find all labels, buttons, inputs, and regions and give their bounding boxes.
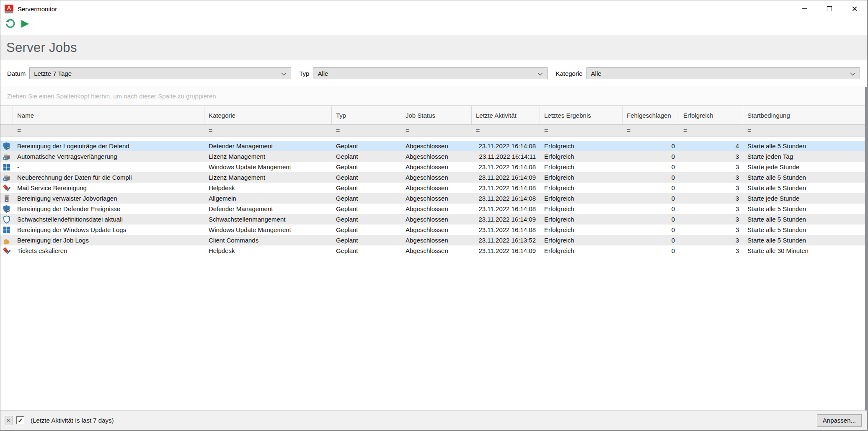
filter-cell-fehlgeschlagen[interactable]: = (623, 125, 679, 136)
datum-label: Datum (7, 70, 26, 77)
filter-cell-job_status[interactable]: = (401, 125, 472, 136)
table-row[interactable]: Mail Service BereinigungHelpdeskGeplantA… (0, 183, 866, 193)
cell-typ: Geplant (332, 151, 401, 162)
toolbar (0, 17, 867, 32)
refresh-icon (4, 18, 15, 31)
typ-select[interactable]: Alle (313, 67, 548, 79)
cell-kategorie: Defender Management (204, 204, 332, 214)
window-controls: × (792, 0, 867, 17)
kategorie-select[interactable]: Alle (586, 67, 860, 79)
refresh-button[interactable] (4, 19, 16, 31)
cell-name: Automatische Vertragsverlängerung (13, 151, 204, 162)
vertical-scrollbar[interactable] (865, 87, 867, 410)
table-row[interactable]: Schwachstellendefinitionsdatei aktualiSc… (0, 214, 866, 225)
cell-erfolgreich: 3 (679, 214, 743, 225)
column-header-job_status[interactable]: Job Status (401, 106, 472, 124)
cell-icon (0, 141, 13, 151)
chevron-down-icon (850, 70, 855, 77)
cell-letztes_ergebnis: Erfolgreich (540, 162, 623, 172)
filter-cell-typ[interactable]: = (332, 125, 401, 136)
cell-letztes_ergebnis: Erfolgreich (540, 235, 623, 245)
filter-cell-letztes_ergebnis[interactable]: = (540, 125, 623, 136)
cell-job_status: Abgeschlossen (401, 225, 472, 235)
cell-job_status: Abgeschlossen (401, 162, 472, 172)
run-button[interactable] (19, 19, 31, 31)
minimize-button[interactable] (792, 0, 817, 17)
table-row[interactable]: Bereinigung der Defender EreignisseDefen… (0, 204, 866, 214)
column-header-typ[interactable]: Typ (332, 106, 401, 124)
cell-fehlgeschlagen: 0 (623, 151, 679, 162)
column-header-erfolgreich[interactable]: Erfolgreich (679, 106, 743, 124)
tag-pencil-icon (3, 247, 11, 255)
cell-startbedingung: Starte alle 5 Stunden (743, 225, 866, 235)
filter-equals-icon[interactable]: = (476, 127, 480, 134)
table-row[interactable]: Bereinigung der Windows Update LogsWindo… (0, 225, 866, 235)
datum-select[interactable]: Letzte 7 Tage (29, 67, 291, 79)
kategorie-select-value: Alle (591, 70, 602, 77)
typ-label: Typ (299, 70, 309, 77)
cell-fehlgeschlagen: 0 (623, 214, 679, 225)
table-row[interactable]: Automatische VertragsverlängerungLizenz … (0, 151, 866, 162)
column-header-kategorie[interactable]: Kategorie (204, 106, 332, 124)
cell-letztes_ergebnis: Erfolgreich (540, 183, 623, 193)
table-row[interactable]: Bereinigung verwaister JobvorlagenAllgem… (0, 193, 866, 204)
column-header-letztes_ergebnis[interactable]: Letztes Ergebnis (540, 106, 623, 124)
filter-equals-icon[interactable]: = (209, 127, 212, 134)
table-row[interactable]: -Windows Update MangementGeplantAbgeschl… (0, 162, 866, 172)
table-row[interactable]: Tickets eskalierenHelpdeskGeplantAbgesch… (0, 245, 866, 256)
cell-typ: Geplant (332, 235, 401, 245)
datum-select-value: Letzte 7 Tage (34, 70, 72, 77)
column-header-startbedingung[interactable]: Startbedingung (743, 106, 866, 124)
shield-gear-icon (3, 205, 11, 213)
cell-kategorie: Windows Update Mangement (204, 162, 332, 172)
filter-cell-erfolgreich[interactable]: = (679, 125, 743, 136)
table-filter-row: ========= (0, 125, 866, 137)
column-header-name[interactable]: Name (13, 106, 204, 124)
cell-job_status: Abgeschlossen (401, 141, 472, 151)
cell-job_status: Abgeschlossen (401, 172, 472, 183)
cell-erfolgreich: 3 (679, 172, 743, 183)
customize-button[interactable]: Anpassen... (817, 414, 862, 427)
cell-job_status: Abgeschlossen (401, 204, 472, 214)
cell-typ: Geplant (332, 141, 401, 151)
cell-name: Tickets eskalieren (13, 245, 204, 256)
filter-equals-icon[interactable]: = (17, 127, 21, 134)
close-button[interactable]: × (842, 0, 867, 17)
table-row[interactable]: Bereinigung der Job LogsClient CommandsG… (0, 235, 866, 245)
cell-letzte_aktivitaet: 23.11.2022 16:14:08 (472, 183, 540, 193)
filter-equals-icon[interactable]: = (747, 127, 751, 134)
jobs-table: NameKategorieTypJob StatusLetzte Aktivit… (0, 106, 866, 256)
filter-cell-kategorie[interactable]: = (204, 125, 332, 136)
typ-select-value: Alle (318, 70, 328, 77)
titlebar: A Servermonitor × (0, 0, 867, 17)
cell-startbedingung: Starte alle 5 Stunden (743, 214, 866, 225)
remove-filter-button[interactable]: × (4, 416, 13, 425)
filter-equals-icon[interactable]: = (336, 127, 340, 134)
table-row[interactable]: Bereinigung der Logeinträge der DefendDe… (0, 141, 866, 151)
filter-equals-icon[interactable]: = (544, 127, 548, 134)
cell-letzte_aktivitaet: 23.11.2022 16:14:09 (472, 172, 540, 183)
filter-equals-icon[interactable]: = (627, 127, 630, 134)
cell-job_status: Abgeschlossen (401, 235, 472, 245)
remove-filter-icon: × (6, 417, 10, 424)
maximize-button[interactable] (817, 0, 842, 17)
cell-typ: Geplant (332, 193, 401, 204)
kategorie-label: Kategorie (555, 70, 582, 77)
filter-enabled-checkbox[interactable]: ✓ (16, 416, 24, 424)
page-header: Server Jobs (0, 35, 867, 60)
filter-equals-icon[interactable]: = (406, 127, 409, 134)
cell-icon (0, 172, 13, 183)
column-header-letzte_aktivitaet[interactable]: Letzte Aktivität (472, 106, 540, 124)
filter-cell-startbedingung[interactable]: = (743, 125, 866, 136)
group-by-bar[interactable]: Ziehen Sie einen Spaltenkopf hierhin, um… (0, 86, 867, 106)
table-row[interactable]: Neuberechnung der Daten für die CompliLi… (0, 172, 866, 183)
column-header-fehlgeschlagen[interactable]: Fehlgeschlagen (623, 106, 679, 124)
table-header-row: NameKategorieTypJob StatusLetzte Aktivit… (0, 106, 866, 125)
filter-cell-name[interactable]: = (13, 125, 204, 136)
cell-erfolgreich: 3 (679, 183, 743, 193)
cell-startbedingung: Starte alle 5 Stunden (743, 183, 866, 193)
filter-equals-icon[interactable]: = (683, 127, 687, 134)
cell-fehlgeschlagen: 0 (623, 204, 679, 214)
filter-cell-letzte_aktivitaet[interactable]: = (472, 125, 540, 136)
cell-kategorie: Schwachstellenmangement (204, 214, 332, 225)
